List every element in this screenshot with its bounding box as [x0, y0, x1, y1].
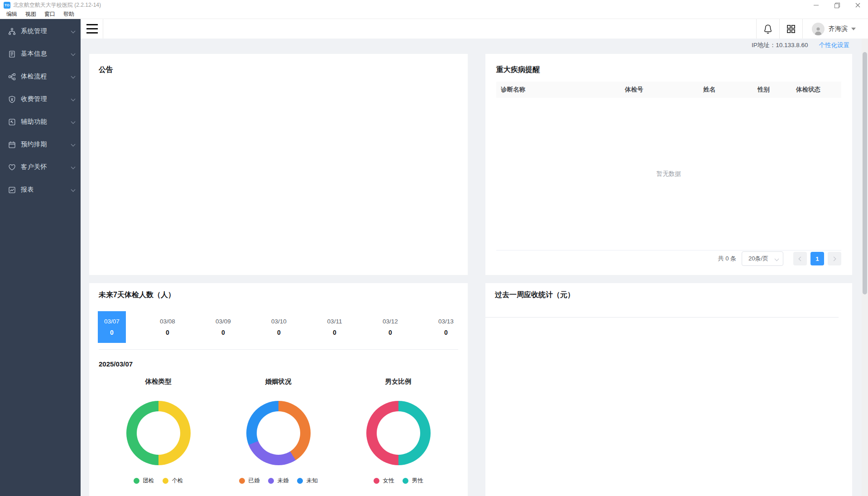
- panel-title: 重大疾病提醒: [496, 65, 540, 75]
- donut-chart: [366, 401, 431, 465]
- chart-title: 男女比例: [385, 377, 412, 386]
- calendar-icon: [8, 140, 16, 149]
- day-cell[interactable]: 03/10 0: [265, 311, 293, 343]
- close-icon: [855, 3, 860, 8]
- select-chevron-icon: [775, 257, 779, 261]
- day-cell[interactable]: 03/08 0: [153, 311, 182, 343]
- ip-address: IP地址：10.133.8.60: [752, 41, 808, 49]
- toolbar-divider: [802, 19, 803, 39]
- close-button[interactable]: [847, 0, 868, 10]
- menu-edit[interactable]: 编辑: [2, 10, 21, 19]
- panel-title: 过去一周应收统计（元）: [495, 290, 575, 300]
- sidebar-item-reports[interactable]: 报表: [0, 178, 81, 201]
- user-avatar[interactable]: [812, 23, 825, 35]
- day-date: 03/12: [383, 318, 398, 325]
- restore-button[interactable]: [826, 0, 847, 10]
- day-count: 0: [333, 329, 336, 336]
- donut-chart: [246, 401, 311, 465]
- heart-icon: [8, 163, 16, 171]
- day-cell[interactable]: 03/12 0: [376, 311, 404, 343]
- report-chart-icon: [8, 186, 16, 194]
- legend-item: 女性: [374, 477, 394, 485]
- column-header: 体检号: [620, 86, 699, 94]
- sidebar-item-aux[interactable]: 辅助功能: [0, 111, 81, 133]
- menu-view[interactable]: 视图: [21, 10, 40, 19]
- day-count: 0: [277, 329, 281, 336]
- column-header: 诊断名称: [496, 86, 620, 94]
- legend-item: 男性: [403, 477, 423, 485]
- sidebar-item-system[interactable]: 系统管理: [0, 20, 81, 43]
- day-count: 0: [444, 329, 448, 336]
- minimize-icon: [814, 5, 819, 5]
- chevron-left-icon: [799, 256, 803, 261]
- legend-item: 未知: [297, 477, 318, 485]
- panel-title: 未来7天体检人数（人）: [99, 290, 175, 300]
- legend-dot: [268, 478, 274, 484]
- sidebar-item-exam-flow[interactable]: 体检流程: [0, 65, 81, 88]
- next-page-button[interactable]: [828, 252, 841, 265]
- disease-alert-panel: 重大疾病提醒 诊断名称 体检号 姓名 性别 体检状态 暂无数据 共 0 条 20…: [485, 54, 852, 275]
- personalize-settings-link[interactable]: 个性化设置: [819, 41, 850, 49]
- legend-dot: [374, 478, 379, 484]
- grid-icon: [786, 24, 796, 34]
- day-date: 03/10: [271, 318, 287, 325]
- legend-label: 未婚: [278, 477, 289, 485]
- divider: [99, 349, 458, 350]
- org-chart-icon: [8, 27, 16, 35]
- day-cell[interactable]: 03/11 0: [321, 311, 349, 343]
- legend-dot: [297, 478, 303, 484]
- chart-legend: 团检 个检: [134, 477, 183, 485]
- app-window: TO 北京航空航天大学校医院 (2.2.12-14) 编辑 视图 窗口 帮助 系…: [0, 0, 868, 496]
- sidebar-item-schedule[interactable]: 预约排期: [0, 133, 81, 156]
- prev-page-button[interactable]: [793, 252, 807, 265]
- sidebar: 系统管理 基本信息 体检流程 收费管理: [0, 19, 81, 496]
- sidebar-item-label: 体检流程: [21, 72, 47, 81]
- scrollbar-thumb[interactable]: [863, 52, 867, 294]
- legend-dot: [163, 478, 168, 484]
- sidebar-item-label: 系统管理: [21, 27, 47, 35]
- page-number-button[interactable]: 1: [810, 252, 824, 265]
- legend-dot: [134, 478, 139, 484]
- apps-grid-button[interactable]: [780, 19, 802, 39]
- donut-chart: [126, 401, 191, 465]
- user-name[interactable]: 齐海滨: [829, 25, 848, 33]
- chart-legend: 女性 男性: [374, 477, 423, 485]
- days-selector: 03/07 0 03/08 0 03/09 0 03/10 0 03/11 0 …: [98, 311, 460, 343]
- toolbar-right-group: 齐海滨: [756, 19, 856, 39]
- day-cell[interactable]: 03/07 0: [98, 311, 126, 343]
- chevron-down-icon: [71, 74, 76, 79]
- day-date: 03/07: [104, 318, 120, 325]
- empty-data-text: 暂无数据: [657, 170, 681, 178]
- hamburger-menu-icon[interactable]: [86, 24, 98, 34]
- page-size-select[interactable]: 20条/页: [742, 251, 783, 266]
- day-date: 03/09: [216, 318, 231, 325]
- chevron-down-icon: [71, 52, 76, 56]
- notifications-button[interactable]: [757, 19, 779, 39]
- sidebar-item-fees[interactable]: 收费管理: [0, 88, 81, 111]
- bell-icon: [763, 24, 772, 34]
- minimize-button[interactable]: [806, 0, 826, 10]
- window-controls: [806, 0, 868, 10]
- announcement-panel: 公告: [89, 54, 468, 275]
- legend-item: 已婚: [239, 477, 260, 485]
- chart-title: 体检类型: [145, 377, 172, 386]
- menu-window[interactable]: 窗口: [40, 10, 59, 19]
- sidebar-item-customer-care[interactable]: 客户关怀: [0, 156, 81, 178]
- chart-title: 婚姻状况: [265, 377, 292, 386]
- menu-help[interactable]: 帮助: [59, 10, 78, 19]
- selected-date-heading: 2025/03/07: [99, 360, 133, 368]
- disease-table-header: 诊断名称 体检号 姓名 性别 体检状态: [496, 82, 841, 98]
- legend-label: 未知: [307, 477, 318, 485]
- user-menu-caret-icon[interactable]: [851, 28, 856, 30]
- chevron-down-icon: [71, 188, 76, 192]
- divider: [485, 317, 839, 318]
- day-cell[interactable]: 03/09 0: [209, 311, 237, 343]
- legend-item: 团检: [134, 477, 154, 485]
- day-cell[interactable]: 03/13 0: [432, 311, 460, 343]
- legend-label: 男性: [412, 477, 423, 485]
- legend-label: 已婚: [249, 477, 260, 485]
- day-date: 03/08: [160, 318, 175, 325]
- scrollbar-track: [862, 39, 868, 496]
- sidebar-item-basic-info[interactable]: 基本信息: [0, 43, 81, 65]
- flow-icon: [8, 72, 16, 81]
